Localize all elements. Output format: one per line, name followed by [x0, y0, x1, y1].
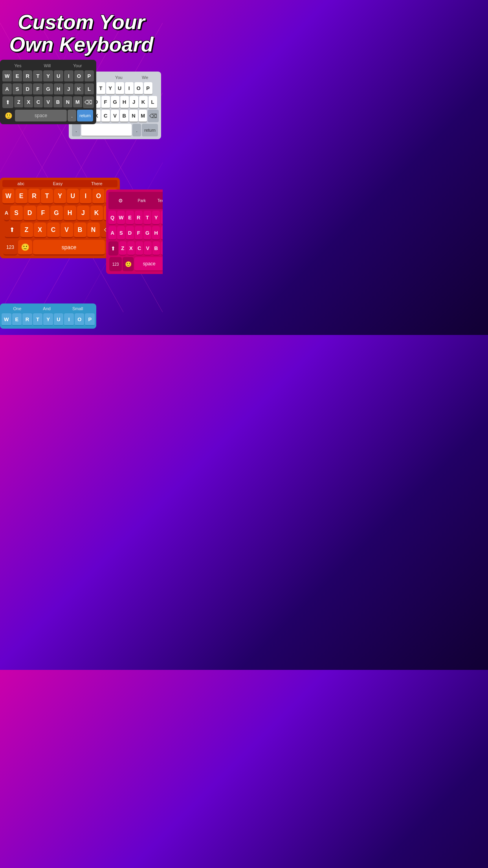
spacebar-pink[interactable]: space	[134, 257, 163, 271]
dark-suggestion-3[interactable]: Your	[73, 63, 82, 68]
key-s-o[interactable]: S	[10, 206, 23, 221]
key-d-o[interactable]: D	[24, 206, 36, 221]
key-o-o[interactable]: O	[92, 189, 105, 204]
key-r-o[interactable]: R	[28, 189, 40, 204]
key-k-o[interactable]: K	[90, 206, 103, 221]
key-o-w[interactable]: O	[134, 82, 143, 95]
dark-suggestion-1[interactable]: Yes	[15, 63, 22, 68]
key-j-p[interactable]: J	[161, 226, 163, 240]
key-x-o[interactable]: X	[34, 223, 46, 238]
key-b-w[interactable]: B	[120, 110, 128, 122]
emoji-dark[interactable]: 🙂	[3, 110, 14, 121]
spacebar-white[interactable]	[81, 124, 132, 136]
key-y-o[interactable]: Y	[54, 189, 66, 204]
key-t-b[interactable]: T	[33, 313, 43, 326]
key-m-w[interactable]: M	[139, 110, 147, 122]
key-u-b[interactable]: U	[54, 313, 64, 326]
key-i-o[interactable]: I	[80, 189, 92, 204]
key-l[interactable]: L	[84, 83, 94, 95]
key-r-p[interactable]: R	[135, 211, 143, 225]
key-c-p[interactable]: C	[136, 241, 143, 256]
key-s-p[interactable]: S	[117, 226, 125, 240]
key-f-w[interactable]: F	[101, 96, 110, 108]
emoji-orange[interactable]: 🙂	[18, 240, 32, 256]
key-b-o[interactable]: B	[74, 223, 86, 238]
key-h[interactable]: H	[54, 83, 63, 95]
key-j[interactable]: J	[64, 83, 73, 95]
dot-white[interactable]: .	[72, 124, 81, 136]
orange-suggestion-2[interactable]: Easy	[53, 181, 62, 186]
gear-icon[interactable]: ⚙	[115, 193, 126, 208]
key-g-p[interactable]: G	[143, 226, 151, 240]
pink-suggestion-2[interactable]: Text	[158, 199, 163, 203]
key-u[interactable]: U	[54, 70, 63, 82]
emoji-pink[interactable]: 🙂	[123, 257, 134, 271]
blue-suggestion-1[interactable]: One	[13, 306, 22, 311]
key-z[interactable]: Z	[14, 96, 23, 108]
key-g-o[interactable]: G	[50, 206, 63, 221]
dot2-white[interactable]: .	[132, 124, 141, 136]
dark-suggestion-2[interactable]: Will	[44, 63, 51, 68]
key-v[interactable]: V	[44, 96, 53, 108]
white-suggestion-2[interactable]: You	[115, 75, 123, 80]
key-v-w[interactable]: V	[111, 110, 119, 122]
key-g-w[interactable]: G	[111, 96, 119, 108]
key-c-o[interactable]: C	[47, 223, 60, 238]
key-c-w[interactable]: C	[101, 110, 110, 122]
key-i-b[interactable]: I	[64, 313, 74, 326]
key-k-w[interactable]: K	[139, 96, 148, 108]
key-d-p[interactable]: D	[126, 226, 134, 240]
key-w[interactable]: W	[2, 70, 12, 82]
key-v-o[interactable]: V	[61, 223, 73, 238]
key-f-p[interactable]: F	[135, 226, 143, 240]
key-g[interactable]: G	[43, 83, 53, 95]
key-e[interactable]: E	[13, 70, 22, 82]
key-o[interactable]: O	[74, 70, 84, 82]
key-h-o[interactable]: H	[64, 206, 76, 221]
key-y-p[interactable]: Y	[152, 211, 160, 225]
key-f[interactable]: F	[33, 83, 42, 95]
shift-orange[interactable]: ⬆	[5, 223, 20, 238]
key-k[interactable]: K	[74, 83, 84, 95]
key-p-w[interactable]: P	[144, 82, 152, 95]
key-t-o[interactable]: T	[41, 189, 53, 204]
key-b[interactable]: B	[53, 96, 62, 108]
key-q-p[interactable]: Q	[108, 211, 116, 225]
key-w-o[interactable]: W	[2, 189, 15, 204]
backspace-dark[interactable]: ⌫	[83, 96, 94, 108]
shift-pink[interactable]: ⬆	[108, 241, 118, 256]
key-e-p[interactable]: E	[126, 211, 134, 225]
shift-dark[interactable]: ⬆	[2, 96, 13, 108]
key-t-w[interactable]: T	[97, 82, 105, 95]
key-t[interactable]: T	[33, 70, 42, 82]
key-i-w[interactable]: I	[125, 82, 134, 95]
key-i[interactable]: I	[64, 70, 73, 82]
key-c[interactable]: C	[34, 96, 43, 108]
key-f-o[interactable]: F	[37, 206, 50, 221]
key-x[interactable]: X	[24, 96, 33, 108]
key-u-w[interactable]: U	[116, 82, 124, 95]
key-p-b[interactable]: P	[85, 313, 95, 326]
orange-suggestion-3[interactable]: There	[91, 181, 103, 186]
backspace-white[interactable]: ⌫	[148, 110, 159, 122]
key-n[interactable]: N	[63, 96, 72, 108]
key-e-o[interactable]: E	[15, 189, 28, 204]
key-h-p[interactable]: H	[152, 226, 160, 240]
num-pink[interactable]: 123	[109, 257, 122, 271]
key-a-o[interactable]: A	[4, 206, 9, 221]
key-j-w[interactable]: J	[130, 96, 138, 108]
key-b-p[interactable]: B	[152, 241, 160, 256]
key-a-p[interactable]: A	[108, 226, 116, 240]
key-u-o[interactable]: U	[67, 189, 79, 204]
white-suggestion-3[interactable]: We	[142, 75, 148, 80]
key-z-p[interactable]: Z	[119, 241, 127, 256]
return-dark[interactable]: return	[77, 110, 93, 121]
key-z-o[interactable]: Z	[20, 223, 33, 238]
blue-suggestion-3[interactable]: Small	[72, 306, 83, 311]
num-orange[interactable]: 123	[3, 240, 17, 256]
key-s[interactable]: S	[13, 83, 22, 95]
key-w-b[interactable]: W	[2, 313, 11, 326]
key-u-p[interactable]: U	[161, 211, 163, 225]
orange-suggestion-1[interactable]: abc	[17, 181, 24, 186]
key-p[interactable]: P	[84, 70, 94, 82]
